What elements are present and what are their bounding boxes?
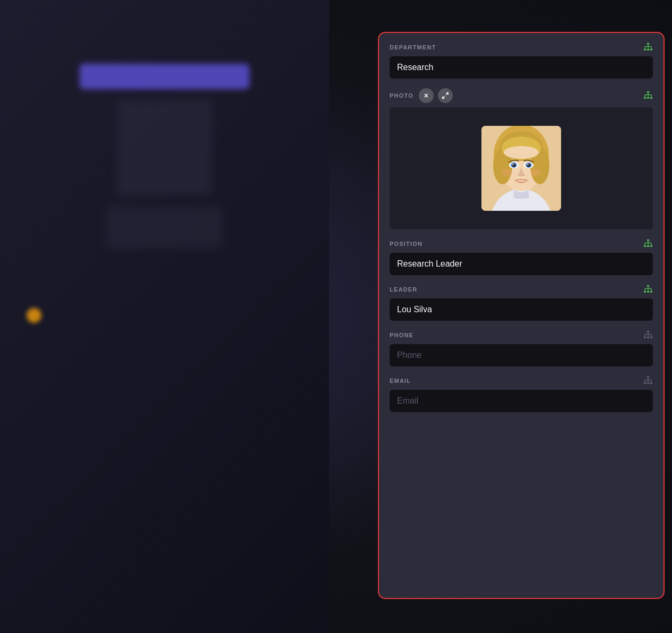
svg-rect-12 xyxy=(644,97,647,99)
photo-expand-button[interactable] xyxy=(438,88,453,103)
position-input[interactable] xyxy=(390,253,653,275)
photo-clear-button[interactable]: × xyxy=(419,88,434,103)
photo-area xyxy=(390,107,653,229)
portrait-svg xyxy=(481,126,561,211)
amber-dot-decoration xyxy=(27,308,41,323)
svg-point-31 xyxy=(512,164,516,167)
svg-rect-59 xyxy=(647,337,650,338)
blur-bar xyxy=(80,64,249,89)
position-label: POSITION xyxy=(390,241,423,247)
svg-rect-68 xyxy=(647,382,650,384)
svg-rect-0 xyxy=(647,43,650,45)
org-chart-icon-photo xyxy=(643,91,653,100)
photo-controls: × xyxy=(419,88,453,103)
svg-rect-14 xyxy=(650,97,653,99)
svg-rect-66 xyxy=(647,377,650,378)
svg-point-38 xyxy=(530,169,541,176)
leader-input[interactable] xyxy=(390,298,653,321)
leader-label-row: LEADER xyxy=(390,285,653,294)
leader-group: LEADER xyxy=(390,285,653,321)
svg-rect-11 xyxy=(647,91,650,93)
phone-label-row: PHONE xyxy=(390,330,653,340)
photo-label-controls: PHOTO × xyxy=(390,88,453,103)
department-input[interactable] xyxy=(390,56,653,79)
svg-rect-42 xyxy=(650,245,653,247)
org-chart-icon-email xyxy=(643,376,653,386)
svg-rect-48 xyxy=(647,285,650,287)
blur-avatar xyxy=(117,100,212,195)
left-panel xyxy=(0,0,329,633)
svg-point-32 xyxy=(512,164,513,165)
blur-text xyxy=(106,206,223,249)
photo-section: PHOTO × xyxy=(390,88,653,229)
svg-rect-39 xyxy=(647,239,650,241)
svg-rect-57 xyxy=(647,331,650,332)
right-panel: DEPARTMENT PHOTO xyxy=(378,32,665,599)
svg-point-35 xyxy=(527,164,531,167)
phone-group: PHONE xyxy=(390,330,653,366)
phone-label: PHONE xyxy=(390,332,413,338)
department-group: DEPARTMENT xyxy=(390,42,653,79)
position-org-icon xyxy=(643,239,653,249)
photo-portrait xyxy=(481,126,561,211)
svg-rect-50 xyxy=(647,291,650,293)
svg-rect-1 xyxy=(644,49,647,50)
photo-label-row: PHOTO × xyxy=(390,88,653,103)
email-label: EMAIL xyxy=(390,378,411,384)
svg-rect-67 xyxy=(644,382,647,384)
expand-icon xyxy=(442,92,449,99)
svg-rect-2 xyxy=(647,49,650,50)
svg-rect-69 xyxy=(650,382,653,384)
department-label-row: DEPARTMENT xyxy=(390,42,653,52)
position-label-row: POSITION xyxy=(390,239,653,249)
svg-rect-13 xyxy=(647,97,650,99)
svg-rect-58 xyxy=(644,337,647,338)
email-input[interactable] xyxy=(390,390,653,412)
phone-input[interactable] xyxy=(390,344,653,366)
leader-label: LEADER xyxy=(390,286,417,293)
org-chart-icon-leader xyxy=(643,285,653,294)
org-chart-icon-position xyxy=(643,239,653,249)
svg-rect-41 xyxy=(647,245,650,247)
photo-org-icon xyxy=(643,91,653,100)
svg-rect-40 xyxy=(644,245,647,247)
svg-rect-3 xyxy=(650,49,653,50)
department-label: DEPARTMENT xyxy=(390,44,436,50)
email-org-icon xyxy=(643,376,653,386)
photo-label: PHOTO xyxy=(390,92,413,99)
svg-point-36 xyxy=(527,164,528,165)
svg-rect-49 xyxy=(644,291,647,293)
svg-rect-51 xyxy=(650,291,653,293)
svg-point-28 xyxy=(504,146,539,159)
org-chart-icon xyxy=(643,42,653,52)
svg-rect-60 xyxy=(650,337,653,338)
position-group: POSITION xyxy=(390,239,653,275)
svg-point-37 xyxy=(502,169,512,176)
org-chart-icon-phone xyxy=(643,330,653,340)
phone-org-icon xyxy=(643,330,653,340)
email-label-row: EMAIL xyxy=(390,376,653,386)
email-group: EMAIL xyxy=(390,376,653,412)
department-org-icon xyxy=(643,42,653,52)
leader-org-icon xyxy=(643,285,653,294)
